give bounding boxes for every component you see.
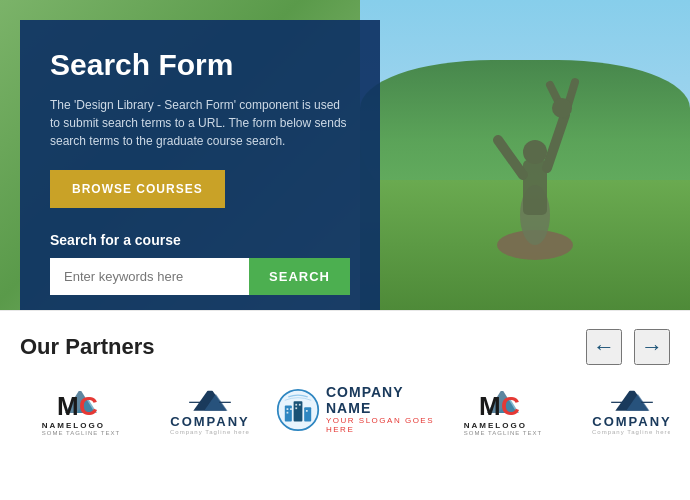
svg-point-8 [552, 98, 572, 118]
partners-title: Our Partners [20, 334, 155, 360]
partners-section: Our Partners ← → M C NAMELO [0, 310, 690, 450]
svg-rect-29 [306, 410, 308, 412]
logo-company-mountain-2: COMPANY Company Tagline here [572, 384, 670, 435]
svg-rect-20 [285, 405, 292, 421]
next-arrow-button[interactable]: → [634, 329, 670, 365]
svg-rect-21 [294, 401, 303, 421]
search-form-description: The 'Design Library - Search Form' compo… [50, 96, 350, 150]
partners-header: Our Partners ← → [20, 329, 670, 365]
svg-marker-16 [206, 386, 214, 391]
statue-decoration [490, 60, 570, 240]
search-card: Search Form The 'Design Library - Search… [20, 20, 380, 310]
logo-company-mountain-1: COMPANY Company Tagline here [150, 384, 270, 435]
svg-text:C: C [501, 391, 520, 419]
svg-rect-28 [295, 407, 297, 409]
svg-marker-37 [628, 386, 636, 391]
svg-text:M: M [57, 391, 79, 419]
company-mountain-name-1: COMPANY [170, 414, 249, 429]
mc-mark-2: M C [477, 383, 527, 419]
svg-rect-23 [287, 408, 289, 410]
browse-courses-button[interactable]: BROWSE COURSES [50, 170, 225, 208]
building-company-name-1: COMPANY NAME [326, 385, 436, 416]
mc-mark: M C [55, 383, 105, 419]
search-form-title: Search Form [50, 48, 350, 82]
search-input[interactable] [50, 258, 249, 295]
company-mountain-tagline-1: Company Tagline here [170, 429, 250, 435]
mc-namelogo-label-2: NAMELOGO [464, 421, 542, 430]
hero-section: Search Form The 'Design Library - Search… [0, 0, 690, 310]
logo-building-1: COMPANY NAME YOUR SLOGAN GOES HERE [276, 385, 436, 434]
building-text-1: COMPANY NAME YOUR SLOGAN GOES HERE [326, 385, 436, 434]
mc-sub-label-1: SOME TAGLINE TEXT [42, 430, 120, 436]
svg-rect-22 [304, 407, 311, 421]
svg-line-4 [547, 115, 565, 168]
svg-rect-27 [299, 403, 301, 405]
svg-rect-26 [295, 403, 297, 405]
search-row: SEARCH [50, 258, 350, 295]
search-label: Search for a course [50, 232, 350, 248]
svg-point-7 [523, 140, 547, 164]
svg-text:M: M [479, 391, 501, 419]
svg-rect-25 [287, 411, 289, 413]
search-button[interactable]: SEARCH [249, 258, 350, 295]
logo-strip: M C NAMELOGO SOME TAGLINE TEXT COMPANY C… [20, 383, 670, 436]
logo-mc-2: M C NAMELOGO SOME TAGLINE TEXT [442, 383, 562, 436]
company-mountain-name-2: COMPANY [592, 414, 670, 429]
svg-rect-24 [290, 408, 292, 410]
svg-text:C: C [79, 391, 98, 419]
company-mountain-tagline-2: Company Tagline here [592, 429, 670, 435]
prev-arrow-button[interactable]: ← [586, 329, 622, 365]
partners-nav: ← → [586, 329, 670, 365]
mc-namelogo-label-1: NAMELOGO [42, 421, 120, 430]
mc-sub-label-2: SOME TAGLINE TEXT [464, 430, 542, 436]
building-company-slogan-1: YOUR SLOGAN GOES HERE [326, 416, 436, 434]
svg-line-3 [498, 140, 523, 175]
logo-mc-1: M C NAMELOGO SOME TAGLINE TEXT [20, 383, 140, 436]
